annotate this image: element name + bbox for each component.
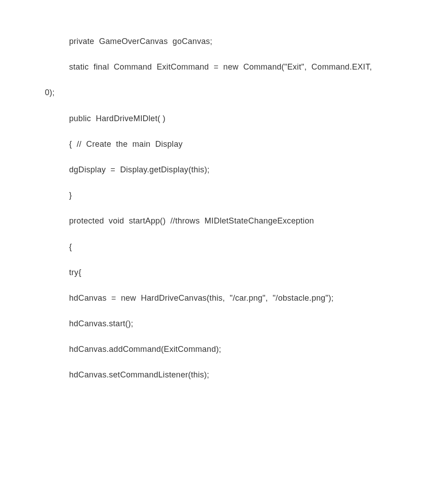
- code-line: dgDisplay = Display.getDisplay(this);: [45, 164, 379, 175]
- code-line: public HardDriveMIDlet( ): [45, 113, 379, 124]
- document-page: private GameOverCanvas goCanvas; static …: [0, 0, 424, 504]
- code-line: hdCanvas.setCommandListener(this);: [45, 369, 379, 381]
- code-line: {: [45, 241, 379, 253]
- code-line: private GameOverCanvas goCanvas;: [45, 36, 379, 47]
- code-line: 0);: [45, 87, 379, 98]
- code-line: static final Command ExitCommand = new C…: [45, 61, 379, 73]
- code-line: hdCanvas.addCommand(ExitCommand);: [45, 344, 379, 355]
- code-line: { // Create the main Display: [45, 139, 379, 150]
- code-line: hdCanvas.start();: [45, 318, 379, 329]
- code-line: }: [45, 190, 379, 201]
- code-line: hdCanvas = new HardDriveCanvas(this, "/c…: [45, 293, 379, 304]
- code-line: try{: [45, 267, 379, 278]
- code-line: protected void startApp() //throws MIDle…: [45, 215, 379, 227]
- code-block: private GameOverCanvas goCanvas; static …: [45, 36, 379, 381]
